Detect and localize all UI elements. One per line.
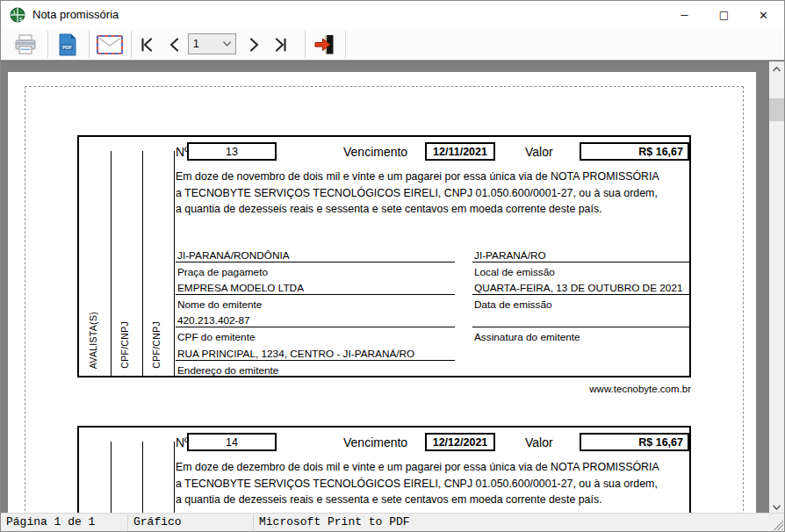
page-number-value: 1 (193, 38, 223, 50)
scroll-up-button[interactable] (769, 61, 784, 76)
window-title: Nota promissória (32, 8, 119, 21)
cpf-cnpj-label: CPF/CNPJ (119, 321, 130, 369)
praca-pagamento-value: JI-PARANÁ/RONDÔNIA (176, 248, 455, 262)
vencimento-box: 12/11/2021 (425, 142, 495, 161)
vertical-scrollbar[interactable] (769, 61, 784, 514)
cpf-cnpj-label: CPF/CNPJ (151, 321, 162, 369)
column-divider (142, 442, 143, 514)
resize-grip[interactable] (772, 519, 783, 530)
column-divider (174, 442, 175, 514)
last-page-icon (273, 37, 289, 53)
note-text: Em doze de novembro de dois mil e vinte … (176, 169, 659, 218)
valor-box: R$ 16,67 (580, 142, 689, 161)
valor-label: Valor (525, 145, 553, 159)
status-printer-name: Microsoft Print to PDF (259, 514, 410, 532)
nome-emitente-value: EMPRESA MODELO LTDA (176, 280, 455, 295)
previous-page-button[interactable] (161, 31, 189, 58)
email-button[interactable] (92, 31, 127, 58)
assinatura-line (472, 313, 689, 327)
print-button[interactable] (8, 31, 43, 58)
chevron-up-icon (773, 67, 781, 72)
printer-icon (14, 34, 37, 55)
chevron-right-icon (246, 37, 262, 53)
valor-label: Valor (525, 435, 553, 449)
pdf-file-icon: PDF (58, 33, 77, 56)
last-page-button[interactable] (266, 31, 296, 58)
website-url: www.tecnobyte.com.br (589, 384, 691, 394)
cpf-emitente-value: 420.213.402-87 (176, 313, 455, 327)
close-button[interactable]: ✕ (744, 1, 783, 29)
praca-pagamento-label: Praça de pagameto (176, 266, 268, 278)
status-page-info: Página 1 de 1 (6, 514, 95, 532)
vencimento-box: 12/12/2021 (425, 433, 495, 451)
column-divider (142, 151, 143, 376)
numero-box: 13 (187, 142, 277, 161)
first-page-icon (139, 37, 155, 53)
title-bar[interactable]: 1 $ Nota promissória ─ □ ✕ (1, 1, 784, 29)
note-text: Em doze de dezembro de dois mil e vinte … (176, 459, 659, 508)
promissory-note-1: AVALISTA(S) CPF/CNPJ CPF/CNPJ Nº 13 Venc… (77, 135, 691, 377)
app-window: 1 $ Nota promissória ─ □ ✕ (0, 0, 785, 532)
scrollbar-thumb[interactable] (769, 98, 784, 121)
next-page-button[interactable] (240, 31, 268, 58)
valor-box: R$ 16,67 (580, 433, 689, 451)
preview-page: AVALISTA(S) CPF/CNPJ CPF/CNPJ Nº 13 Venc… (8, 72, 756, 514)
vencimento-label: Vencimento (343, 145, 407, 159)
exit-button[interactable] (308, 31, 342, 58)
numero-box: 14 (187, 433, 277, 451)
column-divider (174, 151, 175, 376)
page-number-select[interactable]: 1 (188, 33, 236, 54)
promissory-note-2: Nº 14 Vencimento 12/12/2021 Valor R$ 16,… (77, 426, 691, 514)
cpf-emitente-label: CPF do emitente (176, 331, 256, 343)
column-divider (111, 442, 112, 514)
chevron-down-icon (223, 41, 231, 47)
endereco-emitente-value: RUA PRINCIPAL, 1234, CENTRO - JI-PARANÁ/… (176, 346, 455, 361)
airmail-envelope-icon (96, 34, 124, 55)
local-emissao-label: Local de emissão (472, 266, 555, 278)
toolbar: PDF 1 (1, 29, 784, 61)
maximize-button[interactable]: □ (704, 1, 744, 29)
nome-emitente-label: Nome do emitente (176, 298, 262, 311)
minimize-button[interactable]: ─ (665, 1, 704, 29)
endereco-emitente-label: Endereço do emitente (176, 364, 278, 377)
export-pdf-button[interactable]: PDF (50, 31, 85, 58)
vencimento-label: Vencimento (343, 435, 407, 449)
print-preview-area: AVALISTA(S) CPF/CNPJ CPF/CNPJ Nº 13 Venc… (1, 61, 784, 514)
app-icon: 1 $ (10, 7, 25, 23)
avalista-label: AVALISTA(S) (88, 312, 98, 369)
chevron-left-icon (167, 37, 183, 53)
status-bar: Página 1 de 1 Gráfico Microsoft Print to… (1, 513, 784, 531)
status-mode: Gráfico (133, 514, 182, 532)
data-emissao-value: QUARTA-FEIRA, 13 DE OUTUBRO DE 2021 (472, 280, 689, 295)
first-page-button[interactable] (133, 31, 161, 58)
svg-text:PDF: PDF (62, 44, 73, 49)
local-emissao-value: JI-PARANÁ/RO (472, 248, 689, 262)
data-emissao-label: Data de emissão (472, 298, 552, 311)
column-divider (111, 151, 112, 376)
exit-door-red-arrow-icon (313, 33, 336, 56)
assinatura-emitente-label: Assinatura do emitente (472, 331, 580, 343)
chevron-down-icon (773, 505, 781, 510)
